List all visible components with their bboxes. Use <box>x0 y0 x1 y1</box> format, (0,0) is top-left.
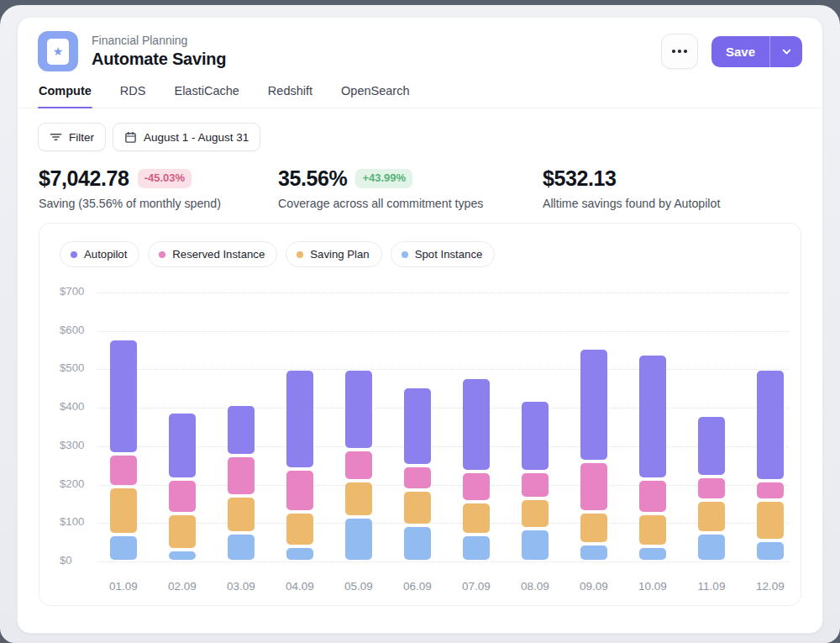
bar-04.09[interactable] <box>286 293 313 561</box>
bar-segment-autopilot <box>286 371 313 467</box>
bar-02.09[interactable] <box>169 293 196 561</box>
filter-button[interactable]: Filter <box>38 123 106 151</box>
stacked-bar-chart: $0$100$200$300$400$500$600$70001.0902.09… <box>39 224 801 605</box>
bar-segment-spot-instance <box>580 545 607 560</box>
y-axis-label: $100 <box>60 515 97 528</box>
bar-segment-reserved-instance <box>404 467 431 489</box>
gridline-$500 <box>97 369 789 370</box>
x-axis-label: 06.09 <box>388 580 447 593</box>
bar-09.09[interactable] <box>580 293 607 561</box>
y-axis-label: $600 <box>60 324 97 336</box>
bar-segment-saving-plan <box>345 482 372 515</box>
chevron-down-icon <box>781 46 792 57</box>
bar-06.09[interactable] <box>404 293 431 561</box>
main-card: ★ Financial Planning Automate Saving Sav… <box>17 17 823 634</box>
bar-03.09[interactable] <box>228 293 255 561</box>
y-axis-label: $0 <box>60 554 97 567</box>
tab-opensearch[interactable]: OpenSearch <box>340 84 410 108</box>
filter-button-label: Filter <box>69 131 94 144</box>
page-title: Automate Saving <box>92 50 226 69</box>
card-header: ★ Financial Planning Automate Saving Sav… <box>18 18 822 71</box>
stat-change-badge: +43.99% <box>355 169 412 187</box>
stat-block-1: $7,042.78-45.03%Saving (35.56% of monthl… <box>39 166 278 210</box>
bar-10.09[interactable] <box>639 293 666 561</box>
stat-label: Alltime savings found by Autopilot <box>543 197 720 210</box>
bar-segment-reserved-instance <box>639 481 666 512</box>
bar-segment-reserved-instance <box>522 473 549 497</box>
bar-segment-autopilot <box>639 356 666 477</box>
save-dropdown-button[interactable] <box>770 36 802 67</box>
bar-segment-autopilot <box>169 414 196 477</box>
bar-segment-autopilot <box>228 406 255 455</box>
calendar-icon <box>124 131 137 144</box>
gridline-$200 <box>97 485 789 486</box>
bar-segment-spot-instance <box>404 527 431 560</box>
gridline-$0 <box>97 561 789 562</box>
stat-block-2: 35.56%+43.99%Coverage across all commitm… <box>278 166 543 210</box>
bar-segment-saving-plan <box>228 498 255 530</box>
bar-segment-reserved-instance <box>698 478 725 498</box>
bar-segment-spot-instance <box>345 519 372 560</box>
stat-value-row: 35.56%+43.99% <box>278 166 543 191</box>
star-icon: ★ <box>53 45 64 57</box>
tab-redshift[interactable]: Redshift <box>267 84 313 108</box>
y-axis-label: $400 <box>60 400 97 413</box>
more-button[interactable] <box>661 34 698 69</box>
header-left: ★ Financial Planning Automate Saving <box>38 31 226 71</box>
save-split-button: Save <box>711 36 802 67</box>
x-axis-label: 05.09 <box>329 580 388 593</box>
bar-segment-autopilot <box>580 350 607 460</box>
ellipsis-icon <box>672 50 675 53</box>
bar-segment-reserved-instance <box>463 473 490 501</box>
bar-segment-reserved-instance <box>286 471 313 509</box>
bar-08.09[interactable] <box>522 293 549 561</box>
x-axis-label: 09.09 <box>564 580 623 593</box>
x-axis-label: 02.09 <box>153 580 212 593</box>
y-axis-label: $500 <box>60 361 97 374</box>
bar-segment-spot-instance <box>639 548 666 560</box>
bar-segment-spot-instance <box>228 535 255 560</box>
toolbar: Filter August 1 - August 31 <box>18 108 822 151</box>
stat-value-row: $532.13 <box>543 166 720 191</box>
stat-value: $532.13 <box>543 166 617 191</box>
bar-segment-autopilot <box>698 417 725 475</box>
ellipsis-icon <box>684 50 687 53</box>
bar-segment-reserved-instance <box>757 482 784 498</box>
stat-value: 35.56% <box>278 166 347 191</box>
save-button[interactable]: Save <box>711 36 769 67</box>
tab-compute[interactable]: Compute <box>38 84 92 108</box>
gridline-$400 <box>97 408 789 408</box>
bar-05.09[interactable] <box>345 293 372 561</box>
bar-01.09[interactable] <box>110 293 137 561</box>
bar-segment-saving-plan <box>404 492 431 523</box>
bar-segment-spot-instance <box>110 536 137 560</box>
tab-elasticache[interactable]: ElastiCache <box>173 84 239 108</box>
x-axis-label: 01.09 <box>94 580 153 593</box>
bar-segment-autopilot <box>110 340 137 452</box>
stat-block-3: $532.13Alltime savings found by Autopilo… <box>543 166 720 210</box>
date-range-button[interactable]: August 1 - August 31 <box>113 123 260 151</box>
gridline-$600 <box>97 331 789 332</box>
bar-segment-saving-plan <box>169 515 196 548</box>
gridline-$300 <box>97 446 789 447</box>
title-block: Financial Planning Automate Saving <box>92 34 226 69</box>
bar-segment-reserved-instance <box>110 456 137 485</box>
x-axis-label: 11.09 <box>682 580 741 593</box>
bar-segment-saving-plan <box>757 502 784 539</box>
bar-segment-spot-instance <box>757 542 784 560</box>
bar-12.09[interactable] <box>757 293 784 561</box>
app-icon: ★ <box>38 31 78 71</box>
ellipsis-icon <box>678 50 681 53</box>
x-axis-label: 08.09 <box>506 580 564 593</box>
tab-rds[interactable]: RDS <box>119 84 147 108</box>
app-window: ★ Financial Planning Automate Saving Sav… <box>0 5 840 643</box>
x-axis-label: 10.09 <box>623 580 682 593</box>
x-axis-label: 07.09 <box>447 580 506 593</box>
header-actions: Save <box>661 34 802 69</box>
tab-bar: ComputeRDSElastiCacheRedshiftOpenSearch <box>18 84 822 108</box>
bar-segment-autopilot <box>757 371 784 479</box>
bar-07.09[interactable] <box>463 293 490 561</box>
bar-11.09[interactable] <box>698 293 725 561</box>
bar-segment-autopilot <box>522 402 549 470</box>
stat-label: Saving (35.56% of monthly spend) <box>39 197 278 210</box>
